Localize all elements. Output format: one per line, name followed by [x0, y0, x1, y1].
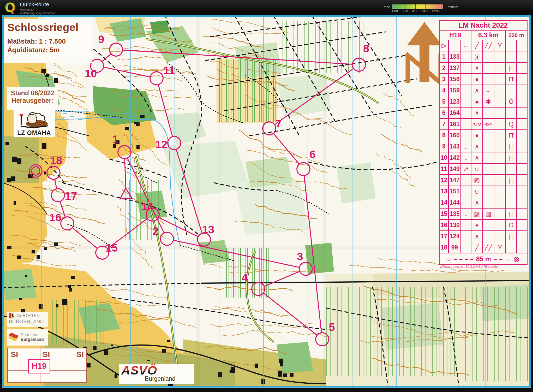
geodaten-row2: BURGENLAND [9, 319, 46, 324]
control-row: 15135↓▨▦|·| [440, 209, 527, 220]
symbol-cell [494, 175, 506, 186]
symbol-cell [517, 96, 527, 107]
quickroute-window: { "app": { "name": "QuickRoute", "versio… [0, 0, 533, 392]
control-number-label: 6 [309, 148, 315, 161]
control-number-label: 2 [153, 225, 159, 237]
sportland-logo: Sportland Burgenland [7, 329, 48, 346]
symbol-cell [517, 164, 527, 174]
control-code: 124 [449, 231, 461, 242]
course-title: LM Nacht 2022 [440, 21, 527, 31]
symbol-cell [517, 220, 527, 230]
building [54, 242, 58, 246]
pace-tick [395, 4, 395, 9]
symbol-cell [461, 96, 471, 107]
control-code: 160 [449, 130, 461, 141]
si-cell-label: SI [43, 350, 50, 359]
building [140, 115, 145, 118]
symbol-cell: ∪ [471, 186, 483, 197]
control-code: 133 [449, 51, 461, 62]
symbol-cell: |·| [506, 175, 517, 186]
control-number: 18 [440, 242, 449, 253]
building [104, 350, 108, 355]
symbol-cell [483, 164, 494, 174]
si-punch-card: SI SI SI H19 [7, 348, 87, 383]
building [56, 304, 58, 307]
symbol-cell [494, 231, 506, 242]
course-length: 6,3 km [471, 31, 506, 40]
symbol-cell: ∧ [471, 141, 483, 152]
building [42, 143, 46, 149]
control-number-label: 9 [98, 33, 104, 45]
symbol-cell: |·| [506, 231, 517, 242]
control-number: 4 [440, 85, 449, 96]
symbol-cell [506, 164, 517, 174]
control-number-label: 7 [276, 117, 282, 130]
publisher-label: Herausgeber: [10, 97, 55, 104]
symbol-cell [506, 51, 517, 62]
symbol-cell [483, 231, 494, 242]
control-number: 6 [440, 108, 449, 118]
control-number: 1 [440, 51, 449, 62]
symbol-cell [517, 175, 527, 186]
control-number: 12 [440, 175, 449, 186]
symbol-cell: ▨ [471, 175, 483, 186]
finish-row: ○ – – – – 85 m – – → ◎ [440, 253, 527, 264]
app-header: Q QuickRoute Version 2.4 matstroeng.se/q… [0, 0, 533, 15]
symbol-cell [461, 197, 471, 208]
control-number: 13 [440, 186, 449, 197]
map-title: Schlossriegel [7, 21, 89, 34]
symbol-cell [461, 119, 471, 129]
control-number-label: 13 [202, 223, 214, 236]
geodaten-dot-icon: ✦ [22, 313, 26, 318]
control-number-label: 11 [163, 64, 175, 76]
symbol-cell: ♠ [471, 96, 483, 107]
building [62, 299, 67, 305]
control-number: 7 [440, 119, 449, 129]
building [134, 122, 137, 124]
symbol-cell [494, 186, 506, 197]
control-code: 142 [449, 152, 461, 163]
course-leg [43, 172, 46, 172]
symbol-cell: ∿∨ [471, 119, 483, 129]
control-code: 143 [449, 141, 461, 152]
si-divider [74, 348, 74, 382]
building [32, 250, 35, 253]
symbol-cell: ↗ [461, 164, 471, 174]
sportland-flag-icon [9, 333, 19, 342]
control-code: 151 [449, 186, 461, 197]
sportland-line2: Burgenland [21, 337, 44, 342]
asvo-logo: ASVÖ Burgenland [119, 364, 194, 384]
symbol-cell [494, 108, 506, 118]
control-number-label: 12 [155, 138, 167, 151]
finish-distance: 85 m [476, 255, 491, 263]
building [17, 158, 21, 164]
symbol-cell [494, 209, 506, 219]
symbol-cell: ✽ [483, 96, 494, 107]
building [218, 372, 222, 377]
geodaten-flag-icon [9, 313, 16, 318]
symbol-cell [506, 85, 517, 96]
pace-tick [436, 4, 436, 9]
symbol-cell [517, 119, 527, 129]
control-code: 135 [449, 209, 461, 219]
building [231, 367, 235, 373]
symbol-cell [461, 108, 471, 118]
symbol-cell [517, 242, 527, 253]
symbol-cell [461, 51, 471, 62]
symbol-cell: Ȯ [506, 96, 517, 107]
symbol-cell [494, 141, 506, 152]
building [125, 127, 129, 130]
control-number: 16 [440, 220, 449, 230]
si-cell-label: SI [11, 350, 18, 359]
building [46, 74, 49, 77]
symbol-cell: ∧ [471, 152, 483, 163]
symbol-cell: |·| [506, 63, 517, 73]
symbol-cell [461, 74, 471, 85]
control-row: 2137∧|·| [440, 63, 527, 74]
control-row: 6164∧ [440, 108, 527, 119]
symbol-cell [483, 141, 494, 152]
symbol-cell: ╱╱ [483, 40, 494, 51]
symbol-cell [483, 108, 494, 118]
building [37, 255, 40, 259]
control-code: 149 [449, 164, 461, 174]
